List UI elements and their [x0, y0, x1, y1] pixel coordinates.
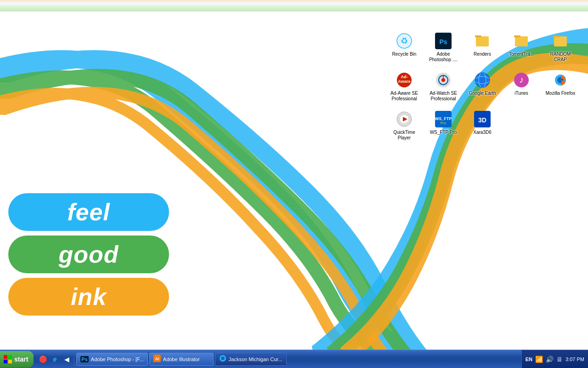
- start-label: start: [14, 356, 28, 363]
- icon-adwatch-se[interactable]: Ad-Watch SE Professional: [425, 69, 462, 104]
- xara3d-icon: 3D: [473, 110, 492, 128]
- svg-text:WS_FTP: WS_FTP: [435, 116, 452, 121]
- icon-google-earth-label: Google Earth: [469, 91, 496, 96]
- icon-xara3d6[interactable]: 3D Xara3D6: [464, 108, 501, 143]
- svg-text:Ad-: Ad-: [401, 75, 408, 79]
- renders-icon: [473, 32, 492, 50]
- windows-logo-icon: [4, 355, 12, 363]
- icon-quicktime[interactable]: QuickTime Player: [386, 108, 423, 143]
- svg-text:Ai: Ai: [155, 356, 159, 361]
- svg-point-17: [441, 78, 445, 82]
- svg-rect-7: [475, 35, 481, 37]
- taskbar-photoshop-icon: Ps: [80, 356, 88, 362]
- icon-photoshop-label: Adobe Photoshop ....: [427, 52, 460, 63]
- recycle-bin-icon: ♻: [395, 32, 413, 50]
- icon-torrentra[interactable]: TorrentTra...: [503, 30, 540, 64]
- icon-adwatch-label: Ad-Watch SE Professional: [427, 91, 460, 102]
- taskbar-photoshop-label: Adobe Photoshop - [F...: [91, 356, 144, 362]
- svg-rect-37: [4, 360, 7, 363]
- badges-container: feel good ink: [8, 193, 169, 316]
- ql-ie-button[interactable]: e: [49, 354, 60, 365]
- icon-random-crap[interactable]: RANDOM CRAP: [542, 30, 579, 64]
- itunes-icon: ♪: [512, 71, 531, 89]
- taskbar-item-illustrator[interactable]: Ai Adobe Illustrator: [149, 353, 214, 366]
- svg-rect-35: [4, 355, 7, 359]
- svg-rect-11: [553, 35, 560, 37]
- ink-badge: ink: [8, 278, 169, 316]
- svg-text:♪: ♪: [519, 75, 524, 85]
- icon-mozilla-firefox[interactable]: Mozilla Firefox: [542, 69, 579, 104]
- taskbar-items: Ps Adobe Photoshop - [F... Ai Adobe Illu…: [76, 353, 521, 366]
- icon-ws-ftp-pro[interactable]: WS_FTP Pro WS_FTP Pro: [425, 108, 462, 143]
- desktop-icons: ♻ Recycle Bin Ps Adobe Photoshop ....: [386, 30, 579, 143]
- svg-text:♻: ♻: [401, 36, 408, 46]
- taskbar-illustrator-label: Adobe Illustrator: [163, 356, 200, 362]
- system-clock: 3:07 PM: [565, 356, 584, 362]
- feel-badge: feel: [8, 193, 169, 231]
- icon-renders[interactable]: Renders: [464, 30, 501, 64]
- quicktime-icon: [395, 110, 413, 128]
- icon-recycle-bin-label: Recycle Bin: [392, 52, 417, 57]
- svg-rect-9: [514, 35, 520, 37]
- svg-text:Pro: Pro: [441, 121, 447, 125]
- ql-nav-button[interactable]: ◀: [61, 354, 72, 365]
- torrentra-icon: [512, 32, 531, 50]
- icon-itunes-label: iTunes: [514, 91, 528, 96]
- svg-text:3D: 3D: [478, 116, 486, 124]
- language-indicator: EN: [526, 356, 532, 362]
- wsftp-icon: WS_FTP Pro: [434, 110, 452, 128]
- display-icon: 🖥: [556, 356, 563, 363]
- svg-rect-8: [515, 36, 528, 46]
- taskbar: start 🛑 e ◀ Ps Adobe Photoshop - [F... A…: [0, 350, 588, 368]
- svg-rect-36: [8, 355, 12, 359]
- ql-stop-button[interactable]: 🛑: [37, 354, 48, 365]
- taskbar-item-firefox[interactable]: Jackson Michigan Cur...: [215, 353, 287, 366]
- adaware-icon: Ad- Aware: [395, 71, 413, 89]
- random-crap-icon: [551, 32, 570, 50]
- icon-wsftp-label: WS_FTP Pro: [430, 130, 457, 135]
- taskbar-firefox-label: Jackson Michigan Cur...: [229, 356, 283, 362]
- taskbar-item-photoshop[interactable]: Ps Adobe Photoshop - [F...: [76, 353, 147, 366]
- icon-adaware-se[interactable]: Ad- Aware Ad-Aware SE Professional: [386, 69, 423, 104]
- quick-launch-bar: 🛑 e ◀: [35, 350, 74, 368]
- good-badge: good: [8, 236, 169, 273]
- firefox-icon: [551, 71, 570, 89]
- volume-icon: 🔊: [546, 356, 554, 363]
- svg-rect-38: [8, 360, 12, 363]
- icon-xara3d-label: Xara3D6: [473, 130, 491, 135]
- icon-firefox-label: Mozilla Firefox: [546, 91, 575, 96]
- system-tray: EN 📶 🔊 🖥 3:07 PM: [521, 350, 588, 368]
- svg-rect-1: [0, 0, 588, 12]
- icon-itunes[interactable]: ♪ iTunes: [503, 69, 540, 104]
- taskbar-illustrator-icon: Ai: [153, 355, 161, 363]
- svg-rect-6: [476, 36, 489, 46]
- icon-google-earth[interactable]: Google Earth: [464, 69, 501, 104]
- taskbar-firefox-icon: [219, 355, 226, 363]
- desktop: feel good ink ♻ Recycle Bin Ps Adobe Pho…: [0, 0, 588, 350]
- icon-random-crap-label: RANDOM CRAP: [544, 52, 577, 63]
- icon-adaware-label: Ad-Aware SE Professional: [388, 91, 421, 102]
- icon-quicktime-label: QuickTime Player: [388, 130, 421, 141]
- network-icon: 📶: [535, 356, 543, 363]
- icon-torrentra-label: TorrentTra...: [509, 52, 534, 57]
- icon-renders-label: Renders: [474, 52, 491, 57]
- icon-adobe-photoshop[interactable]: Ps Adobe Photoshop ....: [425, 30, 462, 64]
- photoshop-icon: Ps: [434, 32, 452, 50]
- adwatch-icon: [434, 71, 452, 89]
- svg-rect-10: [554, 36, 567, 46]
- svg-text:Ps: Ps: [439, 38, 447, 46]
- svg-text:Aware: Aware: [398, 79, 411, 84]
- google-earth-icon: [473, 71, 492, 89]
- svg-point-42: [221, 356, 225, 360]
- start-button[interactable]: start: [0, 351, 34, 368]
- icon-recycle-bin[interactable]: ♻ Recycle Bin: [386, 30, 423, 64]
